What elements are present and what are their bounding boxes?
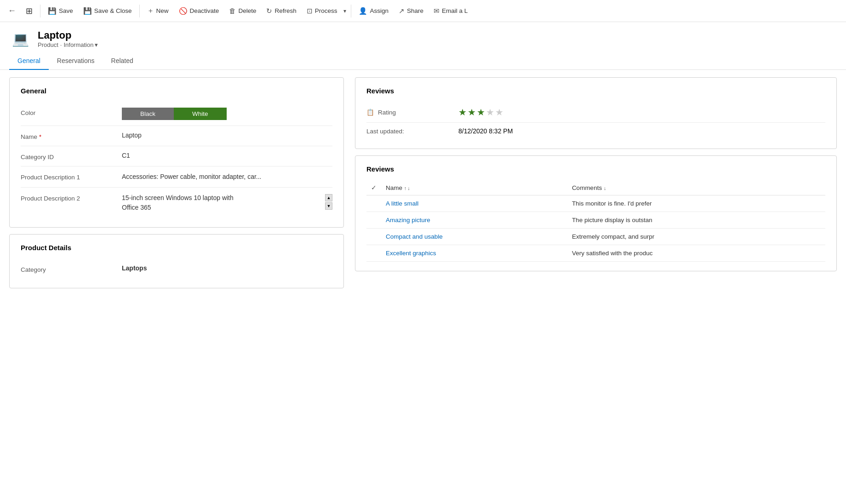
reviews-table-title: Reviews [366,165,825,173]
refresh-button[interactable]: ↻ Refresh [262,4,301,18]
share-button[interactable]: ↗ Share [394,4,428,18]
scroll-up-button[interactable]: ▲ [325,194,332,201]
row-name: Compact and usable [381,229,567,245]
new-button[interactable]: ＋ New [143,4,173,18]
th-check: ✓ [366,180,381,195]
process-button[interactable]: ⊡ Process [302,4,342,18]
rating-icon: 📋 [366,109,374,116]
review-link[interactable]: Amazing picture [386,217,430,223]
sort-desc-icon[interactable]: ↓ [407,185,410,191]
product-icon: 💻 [9,28,31,50]
breadcrumb-product: Product [38,41,58,48]
email-icon: ✉ [434,7,440,15]
comments-sort-arrows: ↓ [604,185,606,191]
back-button[interactable]: ← [4,3,20,19]
email-button[interactable]: ✉ Email a L [429,4,472,18]
tab-reservations[interactable]: Reservations [49,52,103,70]
color-value: Black White [122,108,332,120]
product-details-card: Product Details Category Laptops [9,234,344,288]
breadcrumb-info-dropdown[interactable]: Information ▾ [63,41,98,48]
review-link[interactable]: Excellent graphics [386,250,436,257]
left-column: General Color Black White [9,77,349,500]
required-star: * [39,133,41,140]
share-label: Share [407,7,423,14]
color-buttons: Black White [122,108,332,120]
review-link[interactable]: A little small [386,200,418,207]
category-row: Category Laptops [21,259,332,279]
process-chevron[interactable]: ▾ [342,5,348,17]
tab-bar: General Reservations Related [0,52,846,70]
new-icon: ＋ [147,6,154,15]
color-white-button[interactable]: White [174,108,227,120]
last-updated-row: Last updated: 8/12/2020 8:32 PM [366,123,825,139]
table-header-row: ✓ Name ↑ ↓ Comments ↓ [366,180,825,195]
rating-row: 📋 Rating ★ ★ ★ ★ ★ [366,102,825,123]
process-button-group: ⊡ Process ▾ [302,4,349,18]
category-value: Laptops [122,264,332,272]
save-button[interactable]: 💾 Save [43,4,78,18]
process-label: Process [315,7,337,14]
star-3: ★ [477,107,485,118]
page-title: Laptop [38,29,98,41]
toolbar-divider-3 [351,5,351,17]
scroll-down-button[interactable]: ▼ [325,202,332,210]
product-desc1-row: Product Description 1 Accessories: Power… [21,166,332,188]
row-comment: Extremely compact, and surpr [567,229,825,245]
product-desc2-container: 15-inch screen Windows 10 laptop withOff… [122,193,332,212]
star-2: ★ [468,107,476,118]
breadcrumb-separator: · [60,41,62,48]
reviews-table-card: Reviews ✓ Name ↑ ↓ [355,155,837,271]
row-comment: Very satisfied with the produc [567,245,825,262]
row-comment: The picture display is outstan [567,212,825,229]
right-column: Reviews 📋 Rating ★ ★ ★ ★ ★ [349,77,837,500]
save-close-button[interactable]: 💾 Save & Close [79,4,137,18]
assign-button[interactable]: 👤 Assign [354,4,393,18]
header-text: Laptop Product · Information ▾ [38,29,98,48]
save-icon: 💾 [48,7,57,15]
deactivate-label: Deactivate [190,7,219,14]
table-row: Excellent graphics Very satisfied with t… [366,245,825,262]
category-label: Category [21,264,122,273]
rating-stars: ★ ★ ★ ★ ★ [458,107,503,118]
rating-label: 📋 Rating [366,109,458,116]
star-1: ★ [458,107,467,118]
breadcrumb: Product · Information ▾ [38,41,98,48]
row-comment: This monitor is fine. I'd prefer [567,195,825,212]
assign-icon: 👤 [359,7,367,15]
product-details-title: Product Details [21,244,332,252]
new-label: New [156,7,169,14]
toolbar-divider-2 [139,5,140,17]
category-id-label: Category ID [21,152,122,160]
deactivate-button[interactable]: 🚫 Deactivate [174,4,224,18]
delete-label: Delete [238,7,256,14]
product-desc2-label: Product Description 2 [21,193,122,202]
sort-asc-icon[interactable]: ↑ [404,185,407,191]
save-label: Save [59,7,73,14]
breadcrumb-chevron-icon: ▾ [95,41,98,48]
product-desc2-row: Product Description 2 15-inch screen Win… [21,188,332,218]
name-label: Name * [21,132,122,140]
reviews-info-title: Reviews [366,87,825,95]
email-label: Email a L [442,7,468,14]
toolbar: ← ⊞ 💾 Save 💾 Save & Close ＋ New 🚫 Deacti… [0,0,846,22]
delete-icon: 🗑 [229,7,236,15]
product-desc2-scroll: 15-inch screen Windows 10 laptop withOff… [122,193,323,212]
name-value[interactable]: Laptop [122,132,332,139]
star-rating: ★ ★ ★ ★ ★ [458,107,503,118]
category-id-row: Category ID C1 [21,146,332,166]
comments-sort-desc-icon[interactable]: ↓ [604,185,606,191]
back-icon: ← [8,6,16,16]
reviews-table: ✓ Name ↑ ↓ Comments ↓ [366,180,825,262]
deactivate-icon: 🚫 [179,7,188,15]
tab-general[interactable]: General [9,52,49,70]
product-desc1-label: Product Description 1 [21,172,122,181]
reviews-info-card: Reviews 📋 Rating ★ ★ ★ ★ ★ [355,77,837,149]
tab-related[interactable]: Related [103,52,142,70]
delete-button[interactable]: 🗑 Delete [224,4,261,17]
page-icon: ⊞ [26,6,33,16]
color-black-button[interactable]: Black [122,108,174,120]
th-name: Name ↑ ↓ [381,180,567,195]
review-link[interactable]: Compact and usable [386,233,443,240]
star-5: ★ [495,107,503,118]
row-name: Amazing picture [381,212,567,229]
